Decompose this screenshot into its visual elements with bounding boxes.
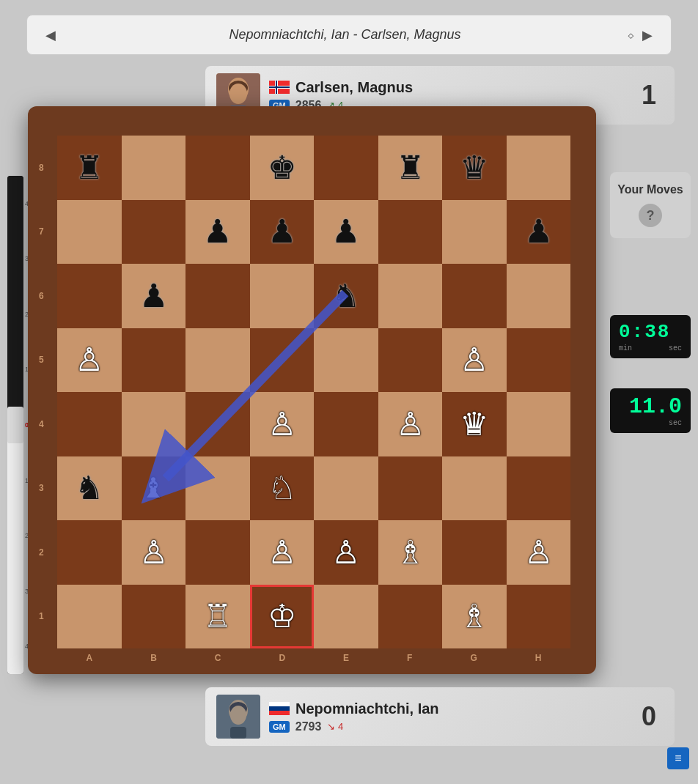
square-c7[interactable]: ♟: [185, 200, 250, 265]
square-d1[interactable]: ♔: [250, 585, 315, 649]
piece-b2: ♙: [139, 536, 168, 569]
clock-top-labels: min sec: [619, 344, 682, 352]
square-f3[interactable]: [378, 456, 443, 521]
square-c5[interactable]: [185, 328, 250, 393]
square-b6[interactable]: ♟: [122, 264, 186, 328]
square-c8[interactable]: [185, 136, 250, 200]
square-f5[interactable]: [378, 328, 443, 393]
square-g6[interactable]: [442, 264, 507, 328]
piece-d7: ♟: [268, 215, 296, 248]
square-e3[interactable]: [314, 456, 378, 521]
square-a5[interactable]: ♙: [57, 328, 122, 393]
square-f1[interactable]: [378, 585, 443, 649]
square-h4[interactable]: [507, 392, 571, 456]
square-e2[interactable]: ♙: [314, 520, 378, 585]
square-g3[interactable]: [442, 456, 507, 521]
square-f4[interactable]: ♙: [378, 392, 443, 456]
file-g: G: [470, 653, 477, 663]
piece-e2: ♙: [331, 536, 360, 569]
square-a4[interactable]: [57, 392, 122, 456]
square-g2[interactable]: [442, 520, 507, 585]
file-a: A: [86, 653, 92, 663]
square-e5[interactable]: [314, 328, 378, 393]
square-f2[interactable]: ♗: [378, 520, 443, 585]
square-f6[interactable]: [378, 264, 443, 328]
square-b2[interactable]: ♙: [122, 520, 186, 585]
rank-2: 2: [39, 547, 44, 558]
square-b1[interactable]: [122, 585, 186, 649]
square-h3[interactable]: [507, 456, 571, 521]
rank-6: 6: [39, 291, 44, 301]
square-b7[interactable]: [122, 200, 186, 265]
square-h7[interactable]: ♟: [507, 200, 571, 265]
square-g4[interactable]: ♛: [442, 392, 507, 456]
russia-flag: [269, 702, 290, 715]
square-f8[interactable]: ♜: [378, 136, 443, 200]
square-a3[interactable]: ♞: [57, 456, 122, 521]
prev-button[interactable]: ◀: [38, 23, 63, 47]
square-g1[interactable]: ♗: [442, 585, 507, 649]
square-f7[interactable]: [378, 200, 443, 265]
square-b5[interactable]: [122, 328, 186, 393]
square-e8[interactable]: [314, 136, 378, 200]
square-a2[interactable]: [57, 520, 122, 585]
square-c3[interactable]: [185, 456, 250, 521]
square-e1[interactable]: [314, 585, 378, 649]
square-a8[interactable]: ♜: [57, 136, 122, 200]
square-c1[interactable]: ♖: [185, 585, 250, 649]
player-flag-name-top: Carlsen, Magnus: [269, 79, 642, 96]
square-d6[interactable]: [250, 264, 315, 328]
clock-top: 0:38 min sec: [610, 315, 691, 358]
rank-7: 7: [39, 226, 44, 237]
square-d7[interactable]: ♟: [250, 200, 315, 265]
piece-d4: ♙: [268, 408, 296, 440]
your-moves-title: Your Moves: [617, 183, 683, 196]
clock-bottom: 11.0 sec: [610, 388, 691, 433]
square-d8[interactable]: ♚: [250, 136, 315, 200]
bottom-icon[interactable]: ≡: [667, 747, 689, 769]
your-moves-help-button[interactable]: ?: [639, 204, 662, 227]
square-e4[interactable]: [314, 392, 378, 456]
square-a7[interactable]: [57, 200, 122, 265]
square-b8[interactable]: [122, 136, 186, 200]
your-moves-panel: Your Moves ?: [610, 172, 691, 238]
next-button[interactable]: ▶: [635, 23, 660, 47]
square-h2[interactable]: ♙: [507, 520, 571, 585]
square-d4[interactable]: ♙: [250, 392, 315, 456]
eval-slider-thumb[interactable]: [7, 407, 23, 443]
square-h5[interactable]: [507, 328, 571, 393]
square-d3[interactable]: ♘: [250, 456, 315, 521]
square-b3[interactable]: ♝: [122, 456, 186, 521]
rank-3: 3: [39, 483, 44, 493]
piece-a8: ♜: [75, 152, 103, 184]
square-c4[interactable]: [185, 392, 250, 456]
square-a6[interactable]: [57, 264, 122, 328]
square-h8[interactable]: [507, 136, 571, 200]
avatar-nepomniachtchi: [216, 695, 260, 739]
score-bottom: 0: [642, 701, 664, 732]
rank-1: 1: [39, 611, 44, 621]
square-g7[interactable]: [442, 200, 507, 265]
square-c6[interactable]: [185, 264, 250, 328]
sort-icon: ⬦: [627, 27, 635, 42]
square-h1[interactable]: [507, 585, 571, 649]
square-b4[interactable]: [122, 392, 186, 456]
square-h6[interactable]: [507, 264, 571, 328]
gm-badge-bottom: GM: [269, 721, 290, 733]
svg-rect-16: [269, 702, 290, 706]
square-d2[interactable]: ♙: [250, 520, 315, 585]
square-c2[interactable]: [185, 520, 250, 585]
file-c: C: [215, 653, 221, 663]
game-title: Nepomniachtchi, Ian - Carlsen, Magnus: [63, 27, 627, 42]
rank-labels: 8 7 6 5 4 3 2 1: [39, 136, 44, 648]
square-a1[interactable]: [57, 585, 122, 649]
piece-c1: ♖: [203, 600, 232, 632]
clock-top-time: 0:38: [619, 321, 670, 343]
piece-d8: ♚: [268, 152, 296, 184]
square-e7[interactable]: ♟: [314, 200, 378, 265]
square-d5[interactable]: [250, 328, 315, 393]
player-name-bottom: Nepomniachtchi, Ian: [295, 700, 439, 717]
square-g5[interactable]: ♙: [442, 328, 507, 393]
square-e6[interactable]: ♞: [314, 264, 378, 328]
square-g8[interactable]: ♛: [442, 136, 507, 200]
